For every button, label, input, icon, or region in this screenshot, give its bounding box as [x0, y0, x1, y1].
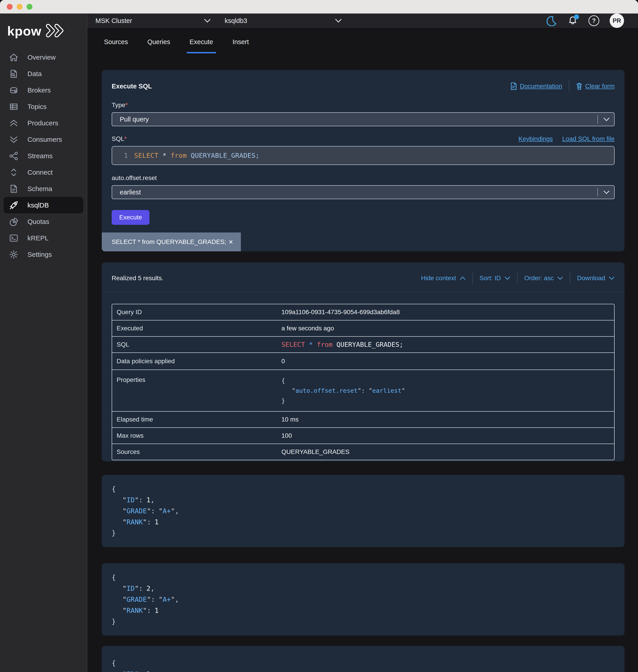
table-row-elapsed-time: Elapsed time 10 ms: [112, 411, 614, 427]
kpow-logo[interactable]: kpow: [7, 23, 87, 39]
sidebar-item-label: Brokers: [28, 86, 51, 94]
sidebar-item-topics[interactable]: Topics: [4, 98, 83, 115]
kpow-logo-text: kpow: [7, 24, 41, 38]
sidebar-item-overview[interactable]: Overview: [4, 49, 83, 66]
sidebar-item-brokers[interactable]: Brokers: [4, 82, 83, 98]
sidebar-item-label: Schema: [28, 185, 52, 193]
sidebar-item-label: Streams: [28, 152, 53, 160]
maximize-window-button[interactable]: [27, 4, 32, 10]
table-row-query-id: Query ID 109a1106-0931-4735-9054-699d3ab…: [112, 304, 614, 320]
documentation-link[interactable]: Documentation: [510, 82, 562, 90]
sidebar-item-label: Topics: [28, 103, 47, 110]
divider: [102, 292, 624, 292]
sidebar-item-producers[interactable]: Producers: [4, 115, 83, 131]
sidebar-item-label: Producers: [28, 119, 58, 127]
table-row-sources: Sources QUERYABLE_GRADES: [112, 444, 614, 460]
ksqldb-instance-select[interactable]: ksqldb3: [225, 17, 342, 24]
query-history-bar: SELECT * from QUERYABLE_GRADES; ✕: [102, 232, 624, 252]
chevron-up-icon: [460, 276, 466, 280]
help-button[interactable]: ?: [588, 15, 599, 26]
execute-sql-panel: Execute SQL Documentation Clear form: [102, 70, 624, 252]
dark-mode-toggle[interactable]: [546, 15, 557, 26]
cluster-select-value: MSK Cluster: [96, 17, 132, 24]
minimize-window-button[interactable]: [17, 4, 22, 10]
tab-insert[interactable]: Insert: [232, 38, 249, 53]
sql-field-label: SQL*: [112, 135, 127, 142]
sidebar-item-label: ksqlDB: [28, 202, 49, 209]
app-window: kpow Overview: [0, 0, 638, 672]
result-record-card-1: { "ID":1, "GRADE":"A+", "RANK":1 }: [102, 475, 624, 547]
chevron-down-icon: [335, 19, 342, 23]
notification-dot: [574, 14, 579, 19]
table-row-data-policies: Data policies applied 0: [112, 352, 614, 369]
sidebar-item-label: Connect: [28, 169, 53, 176]
tab-sources[interactable]: Sources: [104, 38, 128, 53]
tab-queries[interactable]: Queries: [147, 38, 171, 53]
terminal-icon: [9, 233, 19, 243]
sidebar-item-connect[interactable]: Connect: [4, 164, 83, 180]
editor-code-line: SELECT * from QUERYABLE_GRADES;: [134, 152, 259, 159]
hide-context-button[interactable]: Hide context: [421, 275, 466, 282]
moon-icon: [546, 15, 557, 26]
clear-form-link[interactable]: Clear form: [576, 83, 615, 90]
offset-reset-select[interactable]: earliest: [112, 185, 615, 199]
execute-button[interactable]: Execute: [112, 210, 150, 225]
select-divider: [598, 115, 598, 123]
document-icon: [9, 184, 19, 194]
document-icon: [510, 82, 517, 90]
sidebar-item-settings[interactable]: Settings: [4, 246, 83, 263]
chevron-down-icon: [603, 118, 610, 121]
chevron-down-icon: [504, 276, 510, 280]
sidebar-item-schema[interactable]: Schema: [4, 180, 83, 197]
topbar: MSK Cluster ksqldb3: [87, 14, 638, 28]
notifications-button[interactable]: [567, 15, 578, 26]
chevrons-up-down-icon: [9, 167, 19, 177]
divider: [569, 80, 569, 92]
content-area: Sources Queries Execute Insert Execu: [87, 28, 638, 672]
editor-line-number: 1: [116, 152, 128, 159]
sidebar-item-label: Quotas: [28, 218, 49, 225]
download-button[interactable]: Download: [577, 275, 615, 282]
sql-code-editor[interactable]: 1 SELECT * from QUERYABLE_GRADES;: [112, 146, 615, 165]
results-panel: Realized 5 results. Hide context Sort: I…: [102, 262, 624, 461]
trash-icon: [576, 83, 582, 90]
offset-field-label: auto.offset.reset: [112, 174, 615, 182]
instance-select-value: ksqldb3: [225, 17, 247, 24]
rocket-icon: [9, 200, 19, 210]
table-row-sql: SQL SELECT * from QUERYABLE_GRADES;: [112, 336, 614, 352]
properties-json: { "auto.offset.reset":"earliest" }: [281, 375, 405, 406]
order-select[interactable]: Order: asc: [524, 275, 563, 282]
result-record-card-2: { "ID":2, "GRADE":"A+", "RANK":1 }: [102, 563, 624, 636]
chevron-down-icon: [603, 190, 610, 194]
sidebar-item-quotas[interactable]: Quotas: [4, 213, 83, 230]
offset-reset-value: earliest: [120, 189, 141, 196]
query-type-select[interactable]: Pull query: [112, 112, 615, 126]
ksqldb-tabs: Sources Queries Execute Insert: [102, 28, 638, 53]
load-sql-from-file-link[interactable]: Load SQL from file: [563, 135, 615, 142]
sidebar-item-label: Data: [28, 70, 41, 77]
select-divider: [598, 188, 598, 196]
close-icon[interactable]: ✕: [229, 239, 233, 245]
sidebar-item-data[interactable]: Data: [4, 66, 83, 82]
user-avatar[interactable]: PR: [610, 14, 624, 28]
sidebar-item-label: kREPL: [28, 234, 48, 242]
document-search-icon: [9, 69, 19, 79]
sidebar-item-krepl[interactable]: kREPL: [4, 230, 83, 246]
sidebar-item-streams[interactable]: Streams: [4, 148, 83, 164]
chevrons-up-icon: [9, 118, 19, 128]
table-row-executed: Executed a few seconds ago: [112, 320, 614, 336]
keybindings-link[interactable]: Keybindings: [518, 135, 553, 142]
sidebar-item-consumers[interactable]: Consumers: [4, 131, 83, 148]
tab-execute[interactable]: Execute: [189, 38, 214, 53]
cluster-select[interactable]: MSK Cluster: [96, 17, 211, 24]
table-row-properties: Properties { "auto.offset.reset":"earlie…: [112, 369, 614, 411]
pie-chart-icon: [9, 217, 19, 227]
close-window-button[interactable]: [7, 4, 13, 10]
sort-select[interactable]: Sort: ID: [480, 275, 510, 282]
sidebar-item-ksqldb[interactable]: ksqlDB: [4, 197, 83, 213]
kpow-logo-chevrons-icon: [45, 23, 64, 39]
query-history-chip[interactable]: SELECT * from QUERYABLE_GRADES; ✕: [102, 232, 241, 252]
question-mark-icon: ?: [588, 15, 599, 26]
table-row-max-rows: Max rows 100: [112, 427, 614, 444]
sidebar-item-label: Consumers: [28, 136, 62, 143]
